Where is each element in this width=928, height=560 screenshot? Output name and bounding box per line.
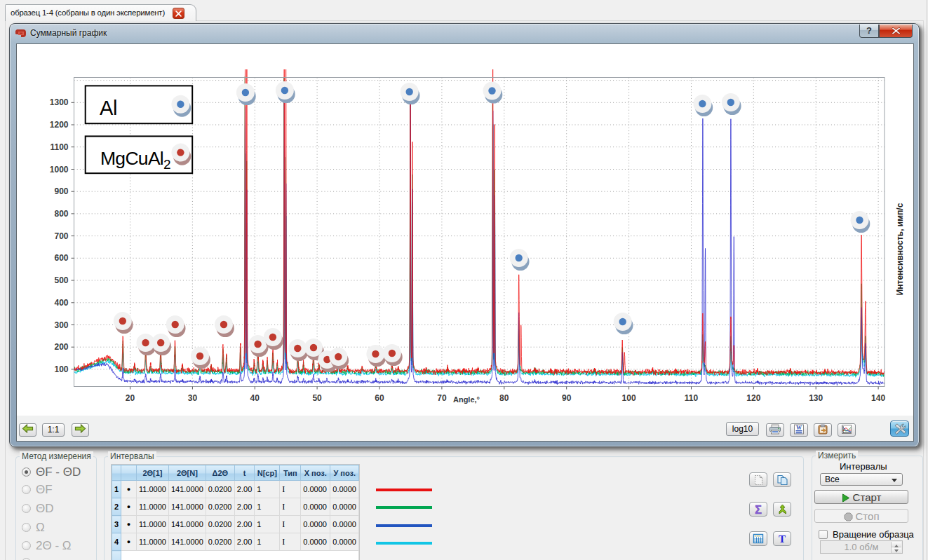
svg-text:Σ: Σ — [755, 504, 762, 515]
svg-text:70: 70 — [437, 393, 447, 403]
svg-text:130: 130 — [809, 393, 823, 403]
svg-text:100: 100 — [622, 393, 636, 403]
svg-text:140: 140 — [871, 393, 885, 403]
svg-text:Angle,°: Angle,° — [453, 395, 480, 404]
svg-text:110: 110 — [685, 393, 699, 403]
svg-text:80: 80 — [499, 393, 509, 403]
svg-text:30: 30 — [188, 393, 198, 403]
svg-text:1000: 1000 — [50, 165, 69, 175]
svg-text:700: 700 — [54, 231, 68, 241]
svg-text:W: W — [796, 425, 802, 431]
svg-text:50: 50 — [312, 393, 322, 403]
svg-text:Интенсивность, имп/с: Интенсивность, имп/с — [895, 203, 905, 295]
svg-text:20: 20 — [126, 393, 135, 403]
svg-text:900: 900 — [54, 186, 68, 196]
svg-text:Al: Al — [100, 97, 117, 119]
svg-text:800: 800 — [54, 209, 68, 219]
svg-text:200: 200 — [54, 342, 68, 352]
svg-text:120: 120 — [746, 393, 760, 403]
svg-text:500: 500 — [54, 275, 68, 285]
svg-text:MgCuAl2: MgCuAl2 — [100, 148, 170, 172]
svg-text:300: 300 — [54, 320, 68, 330]
svg-text:T: T — [779, 533, 786, 544]
svg-text:600: 600 — [54, 253, 68, 263]
svg-text:100: 100 — [54, 364, 68, 374]
svg-text:60: 60 — [375, 393, 384, 403]
svg-text:90: 90 — [562, 393, 572, 403]
svg-text:400: 400 — [54, 298, 68, 308]
svg-text:1100: 1100 — [50, 142, 68, 152]
svg-text:1300: 1300 — [50, 97, 69, 107]
svg-text:40: 40 — [250, 393, 260, 403]
svg-text:1200: 1200 — [50, 120, 69, 130]
